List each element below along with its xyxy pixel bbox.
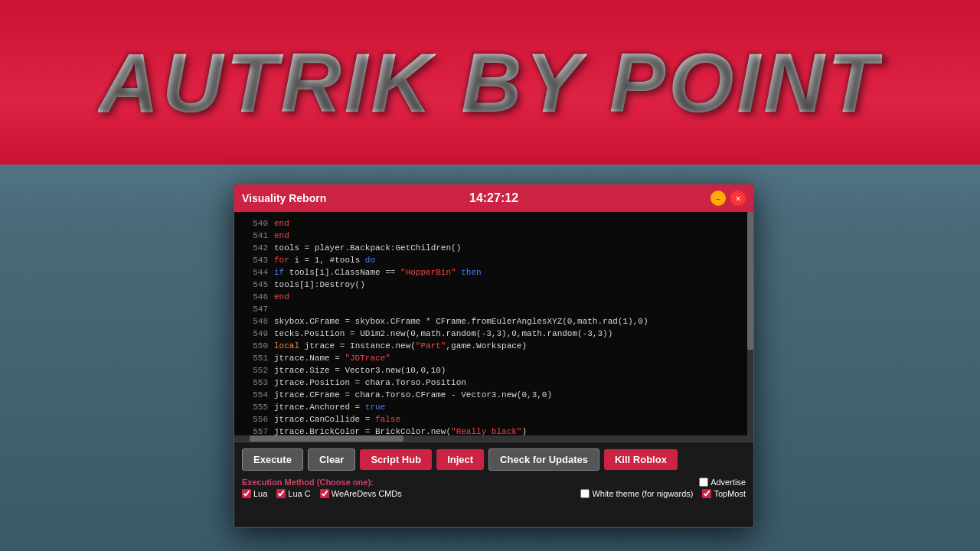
code-content: end — [274, 291, 289, 303]
code-content: tools = player.Backpack:GetChildren() — [274, 242, 461, 254]
code-content: tools[i]:Destroy() — [274, 279, 365, 291]
code-line: 544 if tools[i].ClassName == "HopperBin"… — [240, 266, 747, 279]
code-line: 551jtrace.Name = "JDTrace" — [240, 352, 747, 364]
minimize-button[interactable]: – — [710, 191, 726, 206]
line-number: 543 — [240, 254, 268, 266]
code-content: jtrace.Size = Vector3.new(10,0,10) — [274, 364, 446, 377]
code-content: tecks.Position = UDim2.new(0,math.random… — [274, 328, 612, 340]
advertise-label: Advertise — [710, 478, 746, 487]
topmost-checkbox[interactable] — [702, 489, 711, 498]
lua-checkbox[interactable] — [242, 489, 251, 498]
line-number: 541 — [240, 230, 268, 242]
exec-method-label: Execution Method (Choose one): — [242, 478, 402, 487]
line-number: 555 — [240, 401, 268, 413]
banner-title: AUTRIK BY POINT — [98, 34, 882, 131]
close-button[interactable]: ✕ — [730, 191, 746, 206]
code-line: 547 — [240, 303, 747, 315]
window-title: Visuality Reborn — [242, 192, 326, 204]
code-content: for i = 1, #tools do — [274, 254, 375, 266]
code-line: 554jtrace.CFrame = chara.Torso.CFrame - … — [240, 389, 747, 401]
code-line: 545 tools[i]:Destroy() — [240, 279, 747, 291]
code-line: 540end — [240, 217, 747, 230]
vertical-scrollbar[interactable] — [747, 212, 753, 442]
right-checkboxes-2: White theme (for nigwards) TopMost — [580, 489, 746, 498]
lua-label: Lua — [253, 489, 267, 498]
lua-checkbox-item[interactable]: Lua — [242, 489, 267, 498]
code-content: end — [274, 217, 289, 230]
topmost-label: TopMost — [714, 489, 746, 498]
wearedevs-checkbox[interactable] — [320, 489, 329, 498]
check-updates-button[interactable]: Check for Updates — [488, 448, 599, 471]
line-number: 548 — [240, 315, 268, 328]
line-number: 547 — [240, 303, 268, 315]
code-content: jtrace.Anchored = true — [274, 401, 385, 413]
code-line: 549tecks.Position = UDim2.new(0,math.ran… — [240, 328, 747, 340]
line-number: 554 — [240, 389, 268, 401]
code-content: if tools[i].ClassName == "HopperBin" the… — [274, 266, 482, 279]
code-line: 555jtrace.Anchored = true — [240, 401, 747, 413]
line-number: 550 — [240, 340, 268, 352]
scrollbar-h-thumb — [250, 435, 403, 442]
topmost-checkbox-item[interactable]: TopMost — [702, 489, 746, 498]
lua-c-checkbox[interactable] — [276, 489, 286, 498]
line-number: 545 — [240, 279, 268, 291]
lua-c-label: Lua C — [288, 489, 310, 498]
line-number: 552 — [240, 364, 268, 377]
code-line: 546end — [240, 291, 747, 303]
kill-roblox-button[interactable]: Kill Roblox — [604, 449, 678, 470]
code-content: local jtrace = Instance.new("Part",game.… — [274, 340, 527, 352]
options-bar: Execution Method (Choose one): Lua Lua C… — [234, 474, 753, 504]
title-buttons: – ✕ — [710, 191, 746, 206]
wearedevs-checkbox-item[interactable]: WeAreDevs CMDs — [320, 489, 402, 498]
advertise-checkbox[interactable] — [699, 478, 708, 487]
code-line: 552jtrace.Size = Vector3.new(10,0,10) — [240, 364, 747, 377]
inject-button[interactable]: Inject — [436, 449, 484, 470]
code-line: 543for i = 1, #tools do — [240, 254, 747, 266]
clear-button[interactable]: Clear — [308, 448, 356, 471]
lua-c-checkbox-item[interactable]: Lua C — [276, 489, 310, 498]
line-number: 542 — [240, 242, 268, 254]
code-editor[interactable]: 540end541end542tools = player.Backpack:G… — [234, 212, 753, 442]
title-bar-left: Visuality Reborn — [242, 192, 326, 204]
white-theme-checkbox[interactable] — [580, 489, 590, 498]
exec-checkboxes: Lua Lua C WeAreDevs CMDs — [242, 489, 402, 498]
wearedevs-label: WeAreDevs CMDs — [332, 489, 402, 498]
white-theme-checkbox-item[interactable]: White theme (for nigwards) — [580, 489, 693, 498]
right-options-section: Advertise White theme (for nigwards) Top… — [580, 478, 746, 498]
script-hub-button[interactable]: Script Hub — [360, 449, 432, 470]
button-bar: Execute Clear Script Hub Inject Check fo… — [234, 442, 753, 474]
window-time: 14:27:12 — [469, 191, 518, 205]
code-line: 553jtrace.Position = chara.Torso.Positio… — [240, 377, 747, 389]
code-line: 550local jtrace = Instance.new("Part",ga… — [240, 340, 747, 352]
line-number: 544 — [240, 266, 268, 279]
line-number: 546 — [240, 291, 268, 303]
code-line: 541end — [240, 230, 747, 242]
scrollbar-thumb — [747, 212, 753, 350]
white-theme-label: White theme (for nigwards) — [592, 489, 693, 498]
code-content: jtrace.CFrame = chara.Torso.CFrame - Vec… — [274, 389, 552, 401]
line-number: 556 — [240, 413, 268, 425]
code-content: jtrace.Name = "JDTrace" — [274, 352, 390, 364]
exec-method-section: Execution Method (Choose one): Lua Lua C… — [242, 478, 402, 498]
code-line: 556jtrace.CanCollide = false — [240, 413, 747, 425]
right-checkboxes: Advertise — [699, 478, 746, 487]
main-window: Visuality Reborn 14:27:12 – ✕ 540end541e… — [234, 184, 754, 528]
title-bar: Visuality Reborn 14:27:12 – ✕ — [234, 184, 753, 212]
code-content: jtrace.Position = chara.Torso.Position — [274, 377, 466, 389]
line-number: 551 — [240, 352, 268, 364]
code-content: skybox.CFrame = skybox.CFrame * CFrame.f… — [274, 315, 648, 328]
line-number: 540 — [240, 217, 268, 230]
advertise-checkbox-item[interactable]: Advertise — [699, 478, 746, 487]
code-scroll-area[interactable]: 540end541end542tools = player.Backpack:G… — [234, 216, 753, 438]
code-line: 548skybox.CFrame = skybox.CFrame * CFram… — [240, 315, 747, 328]
horizontal-scrollbar[interactable] — [234, 435, 747, 442]
code-content: jtrace.CanCollide = false — [274, 413, 400, 425]
line-number: 553 — [240, 377, 268, 389]
execute-button[interactable]: Execute — [242, 448, 303, 471]
line-number: 549 — [240, 328, 268, 340]
banner: AUTRIK BY POINT — [0, 0, 980, 165]
code-line: 542tools = player.Backpack:GetChildren() — [240, 242, 747, 254]
code-content: end — [274, 230, 289, 242]
